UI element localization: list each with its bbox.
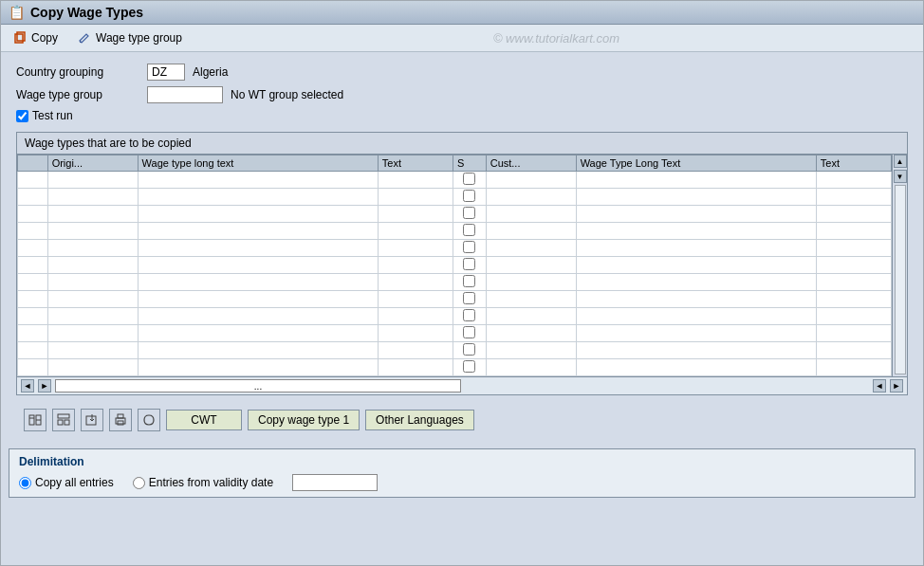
table-settings-btn[interactable] bbox=[24, 409, 46, 431]
text-cell[interactable] bbox=[378, 291, 453, 308]
text-cell[interactable] bbox=[378, 189, 453, 206]
long-text-cell[interactable] bbox=[138, 206, 378, 223]
cust-cell[interactable] bbox=[486, 223, 576, 240]
nav-left-btn[interactable]: ◄ bbox=[21, 379, 34, 393]
cust-text-cell[interactable] bbox=[816, 172, 891, 189]
long-text-cell[interactable] bbox=[138, 257, 378, 274]
s-checkbox[interactable] bbox=[463, 241, 475, 253]
text-cell[interactable] bbox=[378, 342, 453, 359]
cust-long-text-cell[interactable] bbox=[576, 274, 816, 291]
s-checkbox[interactable] bbox=[463, 224, 475, 236]
s-checkbox-cell[interactable] bbox=[453, 291, 486, 308]
validity-date-radio[interactable] bbox=[133, 477, 145, 489]
nav-scroll-left-btn[interactable]: ◄ bbox=[873, 379, 886, 393]
text-cell[interactable] bbox=[378, 240, 453, 257]
copy-toolbar-item[interactable]: Copy bbox=[9, 28, 62, 47]
cust-cell[interactable] bbox=[486, 325, 576, 342]
text-cell[interactable] bbox=[378, 257, 453, 274]
long-text-cell[interactable] bbox=[138, 325, 378, 342]
s-checkbox-cell[interactable] bbox=[453, 342, 486, 359]
s-checkbox-cell[interactable] bbox=[453, 274, 486, 291]
long-text-cell[interactable] bbox=[138, 172, 378, 189]
cust-cell[interactable] bbox=[486, 172, 576, 189]
orig-cell[interactable] bbox=[47, 308, 138, 325]
orig-cell[interactable] bbox=[47, 240, 138, 257]
cust-cell[interactable] bbox=[486, 274, 576, 291]
cust-long-text-cell[interactable] bbox=[576, 172, 816, 189]
s-checkbox-cell[interactable] bbox=[453, 257, 486, 274]
cust-long-text-cell[interactable] bbox=[576, 359, 816, 376]
copy-all-radio[interactable] bbox=[19, 477, 31, 489]
cust-long-text-cell[interactable] bbox=[576, 342, 816, 359]
s-checkbox-cell[interactable] bbox=[453, 172, 486, 189]
cust-text-cell[interactable] bbox=[816, 342, 891, 359]
cust-text-cell[interactable] bbox=[816, 308, 891, 325]
col-cust-long-text[interactable]: Wage Type Long Text bbox=[576, 155, 816, 172]
text-cell[interactable] bbox=[378, 172, 453, 189]
orig-cell[interactable] bbox=[47, 189, 138, 206]
text-cell[interactable] bbox=[378, 206, 453, 223]
s-checkbox-cell[interactable] bbox=[453, 359, 486, 376]
text-cell[interactable] bbox=[378, 308, 453, 325]
col-text[interactable]: Text bbox=[378, 155, 453, 172]
cust-cell[interactable] bbox=[486, 308, 576, 325]
cwt-btn[interactable]: CWT bbox=[166, 410, 242, 430]
s-checkbox-cell[interactable] bbox=[453, 189, 486, 206]
cust-text-cell[interactable] bbox=[816, 325, 891, 342]
s-checkbox[interactable] bbox=[463, 343, 475, 356]
cust-long-text-cell[interactable] bbox=[576, 325, 816, 342]
scroll-thumb[interactable] bbox=[895, 185, 906, 374]
col-long-text[interactable]: Wage type long text bbox=[138, 155, 378, 172]
nav-right-btn[interactable]: ► bbox=[38, 379, 51, 393]
cust-cell[interactable] bbox=[486, 240, 576, 257]
validity-date-input[interactable] bbox=[292, 474, 378, 491]
orig-cell[interactable] bbox=[47, 206, 138, 223]
cwt-icon-btn[interactable] bbox=[138, 409, 160, 431]
cust-text-cell[interactable] bbox=[816, 223, 891, 240]
long-text-cell[interactable] bbox=[138, 342, 378, 359]
orig-cell[interactable] bbox=[47, 257, 138, 274]
text-cell[interactable] bbox=[378, 274, 453, 291]
orig-cell[interactable] bbox=[47, 274, 138, 291]
other-languages-btn[interactable]: Other Languages bbox=[365, 410, 474, 430]
nav-position-input[interactable] bbox=[55, 379, 461, 393]
orig-cell[interactable] bbox=[47, 172, 138, 189]
text-cell[interactable] bbox=[378, 359, 453, 376]
nav-scroll-right-btn[interactable]: ► bbox=[890, 379, 903, 393]
cust-cell[interactable] bbox=[486, 291, 576, 308]
cust-long-text-cell[interactable] bbox=[576, 189, 816, 206]
s-checkbox-cell[interactable] bbox=[453, 308, 486, 325]
s-checkbox[interactable] bbox=[463, 275, 475, 287]
cust-long-text-cell[interactable] bbox=[576, 240, 816, 257]
s-checkbox-cell[interactable] bbox=[453, 206, 486, 223]
cust-text-cell[interactable] bbox=[816, 257, 891, 274]
s-checkbox[interactable] bbox=[463, 173, 475, 185]
cust-long-text-cell[interactable] bbox=[576, 308, 816, 325]
col-s[interactable]: S bbox=[453, 155, 486, 172]
layout-btn[interactable] bbox=[52, 409, 75, 431]
cust-long-text-cell[interactable] bbox=[576, 291, 816, 308]
vertical-scrollbar[interactable]: ▲ ▼ bbox=[892, 155, 907, 376]
cust-text-cell[interactable] bbox=[816, 274, 891, 291]
s-checkbox[interactable] bbox=[463, 207, 475, 219]
s-checkbox-cell[interactable] bbox=[453, 223, 486, 240]
cust-long-text-cell[interactable] bbox=[576, 257, 816, 274]
cust-cell[interactable] bbox=[486, 257, 576, 274]
s-checkbox[interactable] bbox=[463, 326, 475, 338]
orig-cell[interactable] bbox=[47, 325, 138, 342]
long-text-cell[interactable] bbox=[138, 291, 378, 308]
orig-cell[interactable] bbox=[47, 291, 138, 308]
long-text-cell[interactable] bbox=[138, 223, 378, 240]
export-btn[interactable] bbox=[81, 409, 103, 431]
cust-text-cell[interactable] bbox=[816, 189, 891, 206]
scroll-down-btn[interactable]: ▼ bbox=[894, 170, 907, 183]
cust-cell[interactable] bbox=[486, 342, 576, 359]
cust-text-cell[interactable] bbox=[816, 206, 891, 223]
print-btn[interactable] bbox=[109, 409, 132, 431]
s-checkbox[interactable] bbox=[463, 292, 475, 304]
orig-cell[interactable] bbox=[47, 342, 138, 359]
cust-cell[interactable] bbox=[486, 359, 576, 376]
scroll-up-btn[interactable]: ▲ bbox=[894, 155, 907, 168]
col-orig[interactable]: Origi... bbox=[47, 155, 138, 172]
col-cust[interactable]: Cust... bbox=[486, 155, 576, 172]
